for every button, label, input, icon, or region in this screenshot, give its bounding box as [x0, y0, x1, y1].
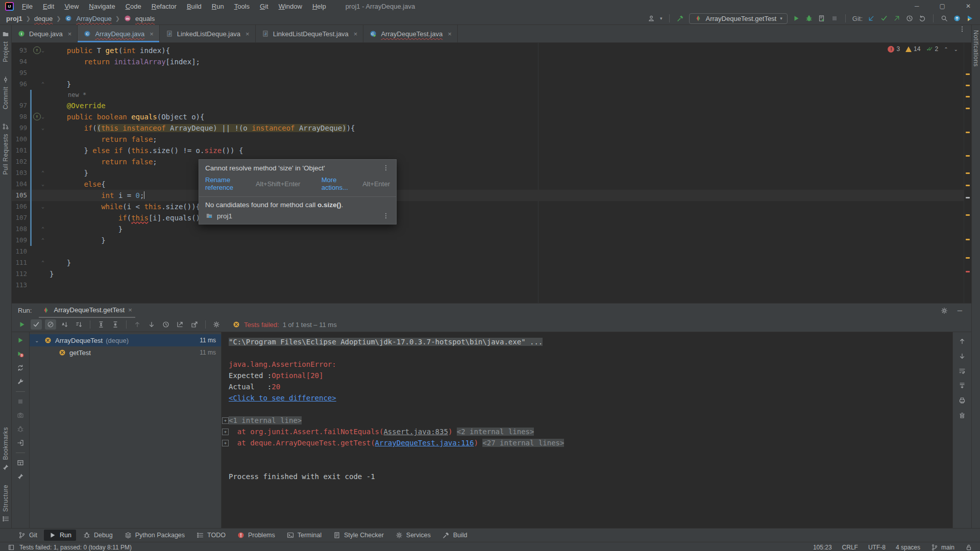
- adjust-settings-icon[interactable]: [16, 378, 24, 386]
- layout-settings-icon[interactable]: [16, 459, 24, 467]
- close-icon[interactable]: ×: [150, 30, 154, 38]
- minimize-button[interactable]: ─: [915, 3, 919, 10]
- fold-icon[interactable]: ⌃: [41, 257, 44, 268]
- toolwindow-button-style-checker[interactable]: Style Checker: [328, 530, 388, 541]
- next-issue-icon[interactable]: ⌄: [954, 46, 958, 52]
- menu-code[interactable]: Code: [126, 3, 141, 10]
- prev-issue-icon[interactable]: ⌃: [944, 46, 948, 52]
- fold-icon[interactable]: ⌃: [41, 79, 44, 90]
- status-message[interactable]: Tests failed: 1, passed: 0 (today 8:11 P…: [19, 544, 132, 551]
- stack-trace-link[interactable]: ArrayDequeTest.java:116: [375, 439, 474, 447]
- test-tree-row[interactable]: getTest11 ms: [30, 346, 221, 359]
- sidebar-item-pull-requests[interactable]: Pull Requests: [2, 122, 10, 175]
- sidebar-item-project[interactable]: Project: [2, 30, 10, 62]
- sidebar-item-bookmarks[interactable]: Bookmarks: [2, 427, 10, 471]
- settings-gear-icon[interactable]: [940, 307, 948, 315]
- menu-git[interactable]: Git: [260, 3, 268, 10]
- test-tree-row[interactable]: ⌄ArrayDequeTest (deque)11 ms: [30, 334, 221, 346]
- run-configuration-select[interactable]: ArrayDequeTest.getTest ▾: [689, 13, 788, 24]
- stop-button[interactable]: [830, 14, 839, 22]
- sidebar-item-notifications[interactable]: Notifications: [972, 30, 979, 67]
- stripe-mark[interactable]: [966, 132, 970, 133]
- fold-icon[interactable]: ⌄: [41, 45, 44, 56]
- breadcrumb-class[interactable]: ArrayDeque: [76, 15, 111, 22]
- close-icon[interactable]: ×: [448, 30, 452, 38]
- expand-trace-icon[interactable]: +: [222, 417, 229, 424]
- stripe-mark[interactable]: [966, 108, 970, 109]
- stripe-mark[interactable]: [966, 214, 970, 216]
- test-history-icon[interactable]: [162, 320, 170, 329]
- breadcrumb-method[interactable]: equals: [135, 15, 155, 22]
- print-icon[interactable]: [958, 396, 966, 405]
- build-project-icon[interactable]: [676, 14, 684, 22]
- close-icon[interactable]: ×: [128, 306, 132, 314]
- dump-threads-icon[interactable]: [16, 411, 24, 419]
- git-branch[interactable]: main: [930, 543, 954, 551]
- breadcrumb-project[interactable]: proj1: [6, 15, 22, 22]
- expand-trace-icon[interactable]: +: [222, 429, 229, 435]
- toolwindow-button-build[interactable]: Build: [437, 530, 472, 541]
- toolwindow-button-terminal[interactable]: Terminal: [282, 530, 326, 541]
- maximize-button[interactable]: ▢: [940, 3, 945, 10]
- pin-tab-icon[interactable]: [16, 472, 24, 481]
- export-results-icon[interactable]: [190, 320, 199, 329]
- expand-all-icon[interactable]: [97, 320, 105, 329]
- menu-window[interactable]: Window: [279, 3, 302, 10]
- menu-file[interactable]: File: [22, 3, 33, 10]
- toggle-auto-test-icon[interactable]: [16, 364, 24, 372]
- sort-alphabetically-icon[interactable]: [61, 320, 69, 329]
- fold-icon[interactable]: ⌄: [41, 122, 44, 134]
- scroll-up-icon[interactable]: [958, 337, 966, 345]
- breadcrumb-package[interactable]: deque: [34, 15, 53, 22]
- stop-process-icon[interactable]: [16, 397, 24, 406]
- run-tab[interactable]: ArrayDequeTest.getTest ×: [39, 303, 135, 318]
- toolwindow-button-services[interactable]: Services: [390, 530, 435, 541]
- tool-window-toggle-icon[interactable]: [7, 543, 15, 551]
- rerun-failed-tests-icon[interactable]: 9: [16, 350, 24, 358]
- toolwindow-button-run[interactable]: Run: [44, 530, 76, 541]
- close-button[interactable]: ✕: [966, 3, 971, 10]
- expand-trace-icon[interactable]: +: [222, 440, 229, 446]
- rerun-tests-icon[interactable]: [16, 336, 24, 344]
- caret-position[interactable]: 105:23: [813, 544, 832, 551]
- toolwindow-button-debug[interactable]: Debug: [78, 530, 117, 541]
- toolwindow-button-git[interactable]: Git: [13, 530, 42, 541]
- show-passed-icon[interactable]: [32, 320, 40, 329]
- colorful-play-icon[interactable]: [966, 14, 974, 22]
- override-marker-icon[interactable]: ↑: [33, 113, 41, 120]
- undo-icon[interactable]: [918, 14, 926, 22]
- close-icon[interactable]: ×: [246, 30, 250, 38]
- more-options-icon[interactable]: [382, 164, 390, 172]
- fold-icon[interactable]: ⌃: [41, 167, 44, 179]
- git-commit-icon[interactable]: [880, 14, 888, 22]
- toolwindow-button-problems[interactable]: Problems: [232, 530, 280, 541]
- tab-options-icon[interactable]: [958, 25, 971, 33]
- search-everywhere-icon[interactable]: [940, 14, 948, 22]
- more-actions-link[interactable]: More actions...: [322, 176, 357, 191]
- menu-tools[interactable]: Tools: [234, 3, 250, 10]
- diff-link[interactable]: <Click to see difference>: [222, 392, 952, 404]
- clear-all-icon[interactable]: [958, 411, 966, 419]
- fold-icon[interactable]: ⌄: [41, 201, 44, 212]
- previous-failed-icon[interactable]: [133, 320, 141, 329]
- fold-icon[interactable]: ⌃: [41, 235, 44, 246]
- menu-refactor[interactable]: Refactor: [152, 3, 177, 10]
- scroll-to-end-icon[interactable]: [958, 382, 966, 390]
- attach-debugger-icon[interactable]: [16, 425, 24, 433]
- inspections-widget[interactable]: ! 3 14 ✓✓ 2 ⌃ ⌄: [888, 45, 958, 53]
- show-ignored-icon[interactable]: [46, 320, 55, 329]
- hide-panel-icon[interactable]: ─: [958, 307, 962, 314]
- fold-icon[interactable]: ⌄: [41, 111, 44, 122]
- collapse-all-icon[interactable]: [111, 320, 119, 329]
- stripe-mark[interactable]: [966, 271, 970, 272]
- line-separator[interactable]: CRLF: [842, 544, 858, 551]
- git-push-icon[interactable]: [893, 14, 901, 22]
- menu-build[interactable]: Build: [187, 3, 202, 10]
- readonly-lock-icon[interactable]: [965, 543, 973, 551]
- rerun-icon[interactable]: [18, 320, 26, 329]
- stripe-mark[interactable]: [966, 239, 970, 240]
- module-options-icon[interactable]: [382, 212, 390, 220]
- run-console[interactable]: "C:\Program Files\Eclipse Adoptium\jdk-1…: [222, 332, 952, 528]
- sort-by-duration-icon[interactable]: [75, 320, 83, 329]
- scroll-down-icon[interactable]: [958, 352, 966, 360]
